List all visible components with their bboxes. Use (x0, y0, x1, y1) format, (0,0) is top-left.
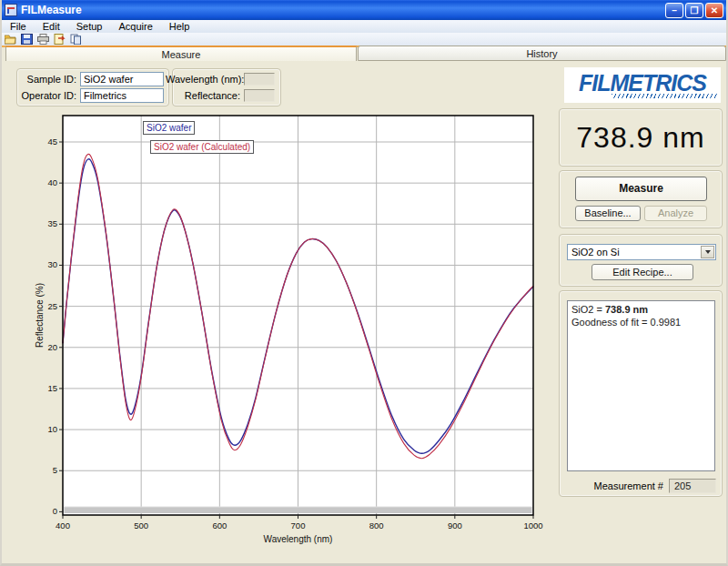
measurement-number-value: 205 (669, 479, 716, 493)
svg-text:15: 15 (47, 383, 57, 393)
svg-text:700: 700 (291, 521, 306, 531)
thickness-readout: 738.9 nm (559, 108, 723, 167)
svg-text:20: 20 (47, 342, 57, 352)
menu-setup[interactable]: Setup (68, 21, 111, 32)
tab-measure-label: Measure (162, 49, 201, 60)
tab-history[interactable]: History (358, 45, 726, 61)
svg-text:600: 600 (212, 521, 227, 531)
menu-file[interactable]: File (2, 21, 35, 32)
recipe-dropdown[interactable]: SiO2 on Si (567, 244, 716, 260)
svg-text:10: 10 (47, 424, 57, 434)
minimize-button[interactable]: – (665, 3, 683, 18)
app-window: FILMeasure – ❐ ✕ File Edit Setup Acquire… (0, 0, 728, 566)
legend-measured: SiO2 wafer (143, 121, 195, 135)
svg-text:500: 500 (134, 521, 148, 531)
menu-help[interactable]: Help (161, 21, 198, 32)
wavelength-label: Wavelength (nm): (166, 74, 240, 85)
svg-text:Reflectance (%): Reflectance (%) (35, 283, 45, 348)
svg-text:30: 30 (47, 259, 57, 269)
menu-edit[interactable]: Edit (35, 21, 68, 32)
result-line-goodness: Goodness of fit = 0.9981 (571, 316, 711, 328)
sample-id-label: Sample ID: (22, 74, 76, 85)
chart-canvas: 0510152025303540454005006007008009001000… (34, 109, 548, 548)
menu-acquire[interactable]: Acquire (110, 21, 160, 32)
menu-bar: File Edit Setup Acquire Help (2, 20, 726, 33)
operator-id-label: Operator ID: (18, 90, 76, 101)
results-group: SiO2 = 738.9 nm Goodness of fit = 0.9981… (559, 290, 723, 497)
maximize-button[interactable]: ❐ (685, 3, 703, 18)
baseline-button[interactable]: Baseline... (575, 206, 641, 221)
tab-measure[interactable]: Measure (5, 45, 357, 61)
svg-text:35: 35 (47, 218, 57, 228)
open-folder-icon[interactable] (5, 34, 16, 45)
export-icon[interactable] (54, 34, 66, 45)
recipe-selected-value: SiO2 on Si (571, 247, 620, 258)
measure-button[interactable]: Measure (575, 177, 707, 201)
filmetrics-logo: FILMETRICS (564, 67, 721, 103)
legend-measured-label: SiO2 wafer (147, 123, 191, 133)
svg-text:800: 800 (369, 521, 384, 531)
svg-text:25: 25 (47, 301, 57, 311)
svg-text:0: 0 (53, 506, 57, 516)
chevron-down-icon[interactable] (701, 246, 714, 258)
reflectance-value (244, 89, 275, 102)
measurement-number-label: Measurement # (581, 480, 663, 491)
operator-id-input[interactable] (80, 88, 164, 103)
logo-hatch-stripe (612, 94, 717, 98)
tab-history-label: History (526, 48, 557, 59)
copy-icon[interactable] (70, 34, 82, 45)
svg-text:45: 45 (47, 136, 57, 147)
legend-calculated: SiO2 wafer (Calculated) (150, 140, 254, 154)
result-line-thickness: SiO2 = 738.9 nm (571, 303, 711, 316)
svg-text:400: 400 (56, 521, 70, 531)
logo-text: FILMETRICS (579, 72, 706, 94)
toolbar (2, 33, 726, 45)
svg-text:900: 900 (448, 521, 462, 531)
svg-text:40: 40 (47, 177, 57, 187)
print-icon[interactable] (37, 34, 49, 45)
reflectance-label: Reflectance: (166, 90, 240, 101)
app-icon (5, 4, 17, 16)
analyze-button: Analyze (644, 206, 707, 221)
svg-text:5: 5 (53, 465, 57, 475)
save-icon[interactable] (21, 34, 33, 45)
result-thickness-prefix: SiO2 = (571, 304, 605, 315)
svg-text:1000: 1000 (523, 521, 542, 531)
svg-text:Wavelength (nm): Wavelength (nm) (264, 534, 333, 544)
legend-calculated-label: SiO2 wafer (Calculated) (154, 142, 250, 152)
result-thickness-value: 738.9 nm (605, 304, 648, 315)
sample-id-input[interactable] (80, 72, 164, 86)
results-box: SiO2 = 738.9 nm Goodness of fit = 0.9981 (567, 300, 715, 471)
close-button[interactable]: ✕ (705, 3, 723, 18)
spectrum-chart[interactable]: 0510152025303540454005006007008009001000… (34, 109, 548, 548)
edit-recipe-button[interactable]: Edit Recipe... (592, 264, 693, 280)
title-bar: FILMeasure – ❐ ✕ (2, 0, 726, 20)
wavelength-value (244, 73, 275, 86)
window-title: FILMeasure (21, 4, 663, 16)
